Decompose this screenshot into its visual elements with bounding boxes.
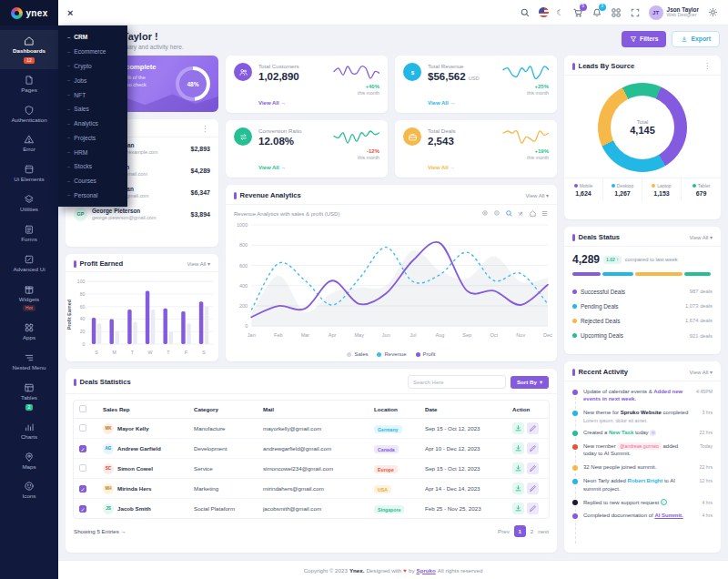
submenu-item-projects[interactable]: Projects	[58, 130, 127, 145]
submenu-item-jobs[interactable]: Jobs	[58, 73, 127, 87]
kebab-menu-icon[interactable]: ⋮	[199, 125, 210, 133]
sidebar-item-error[interactable]: Error	[0, 128, 58, 158]
apps-grid-icon[interactable]	[611, 7, 622, 18]
pagination-page-2[interactable]: 2	[531, 528, 533, 534]
edit-action-button[interactable]	[527, 482, 539, 494]
revenue-view-all[interactable]: View All ▾	[525, 192, 549, 198]
submenu-item-stocks[interactable]: Stocks	[58, 159, 127, 174]
table-search-input[interactable]	[408, 375, 506, 389]
footer-spruko-link[interactable]: Spruko	[417, 567, 436, 574]
row-checkbox[interactable]	[79, 424, 86, 432]
sidebar-item-ui-elements[interactable]: Ui Elements	[0, 158, 58, 188]
fullscreen-icon[interactable]	[630, 7, 641, 18]
recent-activity-view-all[interactable]: View All ▾	[689, 369, 713, 375]
edit-action-button[interactable]	[527, 462, 539, 474]
menu-icon[interactable]	[541, 209, 549, 218]
submenu-item-analytics[interactable]: Analytics	[58, 117, 127, 131]
column-header-location[interactable]: Location	[369, 401, 420, 419]
view-all-link[interactable]: View All →	[428, 100, 494, 106]
view-all-link[interactable]: View All →	[258, 100, 325, 106]
forms-icon	[24, 224, 35, 235]
edit-action-button[interactable]	[527, 442, 539, 454]
download-action-button[interactable]	[512, 482, 524, 494]
row-checkbox[interactable]: ✓	[79, 505, 86, 513]
leads-legend: Mobile1,624Desktop1,267Laptop1,153Tablet…	[564, 178, 721, 201]
pagination-next[interactable]: next	[538, 528, 549, 534]
filters-button[interactable]: Filters	[622, 31, 666, 47]
sidebar-item-charts[interactable]: Charts	[0, 416, 58, 446]
sidebar-item-icons[interactable]: Icons	[0, 475, 58, 505]
column-header-sales-rep[interactable]: Sales Rep	[97, 401, 188, 419]
column-header-mail[interactable]: Mail	[258, 401, 369, 419]
select-all-checkbox[interactable]	[79, 405, 86, 412]
legend-item[interactable]: Sales	[347, 351, 368, 357]
edit-action-button[interactable]	[527, 503, 539, 514]
gear-icon[interactable]	[707, 6, 719, 18]
user-role: Web Designer	[667, 13, 699, 18]
pan-icon[interactable]	[517, 209, 525, 218]
sidebar-item-tables[interactable]: Tables2	[0, 377, 58, 416]
user-menu[interactable]: JT Json Taylor Web Designer	[649, 5, 699, 20]
sidebar-item-advanced-ui[interactable]: Advanced Ui	[0, 249, 58, 279]
cart-icon[interactable]: 5	[572, 7, 583, 18]
row-checkbox[interactable]: ✓	[79, 485, 86, 493]
row-checkbox[interactable]: ✓	[79, 445, 86, 452]
submenu-item-hrm[interactable]: HRM	[58, 145, 127, 159]
home-icon[interactable]	[529, 209, 537, 218]
sidebar-item-forms[interactable]: Forms	[0, 218, 58, 249]
svg-text:100: 100	[77, 279, 86, 284]
sidebar-item-dashboards[interactable]: Dashboards12	[0, 30, 58, 69]
zoom-out-icon[interactable]	[493, 209, 501, 218]
sidebar-item-maps[interactable]: Maps	[0, 446, 58, 476]
column-header-date[interactable]: Date	[420, 401, 507, 419]
submenu-item-crypto[interactable]: Crypto	[58, 59, 127, 74]
dollar-icon: $	[408, 67, 418, 77]
column-header-category[interactable]: Category	[188, 401, 258, 419]
brand[interactable]: ynex	[0, 0, 58, 25]
submenu-item-nft[interactable]: NFT	[58, 87, 127, 102]
kebab-menu-icon[interactable]: ⋮	[702, 62, 713, 70]
submenu-item-sales[interactable]: Sales	[58, 102, 127, 117]
table-row[interactable]: MKMayor KellyManufacturemayorkelly@gmail…	[74, 419, 550, 439]
pagination-prev[interactable]: Prev	[498, 528, 510, 534]
legend-item[interactable]: Profit	[416, 351, 436, 357]
dark-mode-icon[interactable]: ☾	[557, 8, 564, 17]
view-all-link[interactable]: View All →	[258, 165, 325, 170]
sidebar-item-pages[interactable]: Pages	[0, 69, 58, 99]
deals-status-view-all[interactable]: View All ▾	[689, 234, 713, 240]
submenu-item-courses[interactable]: Courses	[58, 174, 127, 188]
submenu-item-personal[interactable]: Personal	[58, 188, 127, 203]
sort-by-button[interactable]: Sort By▾	[511, 376, 549, 389]
table-row[interactable]: ✓JSJacob SmithSocial Plataformjacobsmith…	[74, 499, 550, 519]
sidebar-item-utilities[interactable]: Utilities	[0, 188, 58, 218]
zoom-in-icon[interactable]	[481, 209, 490, 218]
pagination-page-1[interactable]: 1	[514, 525, 526, 537]
submenu-item-crm[interactable]: CRM	[58, 30, 127, 45]
page-content: Hello, Json Taylor ! Track your sales su…	[58, 25, 728, 560]
close-icon[interactable]: ×	[67, 7, 73, 18]
table-row[interactable]: ✓AGAndrew GarfieldDevelopmentandrewgarfi…	[74, 439, 550, 459]
download-action-button[interactable]	[512, 462, 524, 474]
search-icon[interactable]	[520, 7, 531, 18]
view-all-link[interactable]: View All →	[428, 165, 494, 170]
export-button[interactable]: Export	[672, 31, 720, 47]
column-header-action[interactable]: Action	[507, 401, 550, 419]
row-checkbox[interactable]	[79, 464, 86, 472]
selection-icon[interactable]	[505, 209, 513, 218]
sidebar-item-apps[interactable]: Apps	[0, 317, 58, 347]
download-action-button[interactable]	[512, 442, 524, 454]
download-action-button[interactable]	[512, 422, 524, 434]
table-row[interactable]: ✓MHMirinda HersMarketingmirindahers@gmai…	[74, 479, 550, 499]
submenu-item-ecommerce[interactable]: Ecommerce	[58, 45, 127, 59]
sidebar-item-authentication[interactable]: Authentication	[0, 99, 58, 129]
language-flag-icon[interactable]	[539, 7, 549, 17]
table-row[interactable]: SCSimon CowelServicesimoncowel234@gmail.…	[74, 459, 550, 479]
sidebar-item-nested-menu[interactable]: Nested Menu	[0, 347, 58, 377]
table-entries-label: Showing 5 Entries →	[74, 528, 126, 534]
download-action-button[interactable]	[512, 503, 524, 514]
bell-icon[interactable]: 3	[592, 7, 602, 18]
profit-view-all[interactable]: View All ▾	[187, 260, 210, 267]
sidebar-item-widgets[interactable]: WidgetsHot	[0, 279, 58, 318]
legend-item[interactable]: Revenue	[377, 351, 406, 357]
edit-action-button[interactable]	[527, 422, 539, 434]
